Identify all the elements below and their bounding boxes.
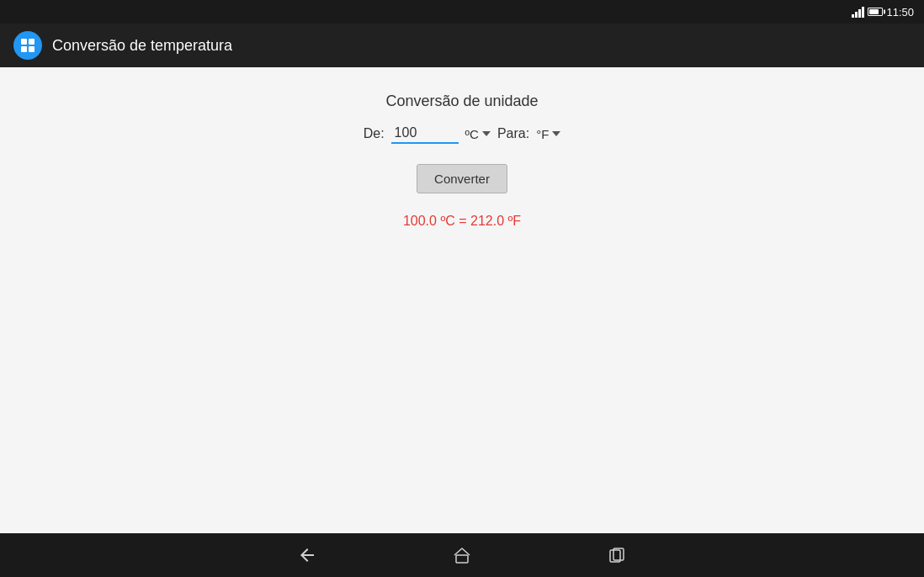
nav-bar bbox=[0, 533, 924, 577]
from-unit-dropdown[interactable]: ºC bbox=[465, 127, 491, 141]
from-unit-arrow-icon bbox=[482, 131, 491, 136]
nav-back-button[interactable] bbox=[297, 545, 317, 565]
app-icon bbox=[13, 31, 42, 60]
conversion-row: De: ºC Para: °F bbox=[364, 124, 561, 144]
to-label: Para: bbox=[497, 126, 529, 141]
svg-rect-3 bbox=[29, 46, 35, 52]
svg-rect-1 bbox=[29, 39, 35, 45]
page-title: Conversão de unidade bbox=[385, 93, 538, 110]
from-value-input[interactable] bbox=[391, 124, 459, 144]
status-time: 11:50 bbox=[886, 6, 914, 19]
svg-rect-4 bbox=[456, 555, 468, 563]
app-title-text: Conversão de temperatura bbox=[52, 37, 232, 55]
to-unit-text: °F bbox=[536, 127, 549, 141]
from-unit-text: ºC bbox=[465, 127, 479, 141]
svg-rect-2 bbox=[21, 46, 27, 52]
title-bar: Conversão de temperatura bbox=[0, 24, 924, 67]
to-unit-arrow-icon bbox=[552, 131, 560, 136]
converter-button[interactable]: Converter bbox=[417, 164, 507, 193]
signal-icon bbox=[852, 6, 864, 18]
status-icons: 11:50 bbox=[852, 6, 914, 19]
nav-home-button[interactable] bbox=[452, 545, 472, 565]
nav-recents-button[interactable] bbox=[607, 545, 627, 565]
svg-rect-0 bbox=[21, 39, 27, 45]
main-content: Conversão de unidade De: ºC Para: °F Con… bbox=[0, 67, 924, 533]
result-text: 100.0 ºC = 212.0 ºF bbox=[403, 214, 521, 229]
to-unit-dropdown[interactable]: °F bbox=[536, 127, 560, 141]
status-bar: 11:50 bbox=[0, 0, 924, 24]
from-label: De: bbox=[364, 126, 385, 141]
battery-icon bbox=[868, 8, 883, 16]
